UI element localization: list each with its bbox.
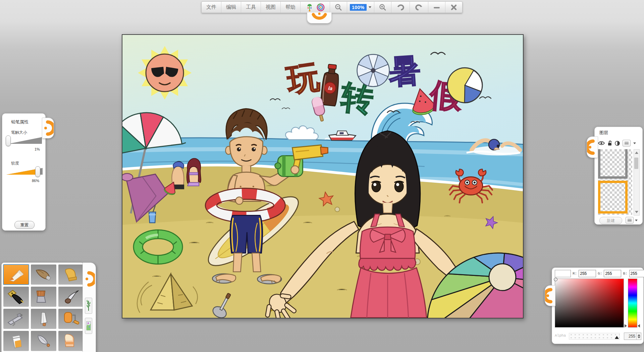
softness-label: 软度 xyxy=(11,161,19,166)
unlock-icon[interactable] xyxy=(607,140,612,146)
menu-help-label: 帮助 xyxy=(285,4,296,10)
minimize-button[interactable] xyxy=(428,2,445,13)
layers-panel-collapse-handle[interactable] xyxy=(587,136,598,158)
zoom-level-field[interactable]: 100% xyxy=(347,2,374,13)
plant-brush-button[interactable] xyxy=(85,298,92,314)
orange-c-handle-icon xyxy=(587,137,598,158)
app-window: 文件 编辑 工具 视图 帮助 100% xyxy=(0,0,644,352)
app-logo-buttons[interactable] xyxy=(301,2,330,13)
softness-slider[interactable] xyxy=(6,167,41,176)
texture-brush-button[interactable] xyxy=(85,318,92,334)
canvas-artwork: 玩 la 转 暑 xyxy=(122,35,523,318)
menu-help[interactable]: 帮助 xyxy=(281,2,301,13)
gallery-icon xyxy=(316,3,325,12)
reset-button-label: 重置 xyxy=(20,222,29,228)
sv-marker[interactable] xyxy=(554,278,557,281)
softness-value: 86% xyxy=(32,179,39,183)
zoom-level-value[interactable]: 100% xyxy=(350,4,367,11)
color-picker-panel: R: G: B: Alpha 255 xyxy=(552,268,644,344)
layer-scrollbar[interactable] xyxy=(634,149,640,216)
tool-dip-pen[interactable] xyxy=(31,331,56,351)
tool-crayon[interactable] xyxy=(58,265,84,285)
brush-size-thumb[interactable] xyxy=(6,135,11,146)
menu-tools-label: 工具 xyxy=(246,4,256,10)
orange-c-handle-icon xyxy=(42,118,54,138)
redo-button[interactable] xyxy=(410,2,428,13)
toolbar-collapse-handle[interactable] xyxy=(307,12,332,23)
layers-panel-title: 图层 xyxy=(599,130,608,136)
zoom-out-icon xyxy=(335,4,342,11)
color-panel-collapse-handle[interactable] xyxy=(545,285,555,306)
menu-tools[interactable]: 工具 xyxy=(241,2,261,13)
alpha-spinner[interactable]: 255 xyxy=(624,333,641,340)
alpha-spin-up[interactable] xyxy=(638,334,640,336)
title-char-3: 暑 xyxy=(387,52,422,90)
pencil-panel-title: 铅笔属性 xyxy=(11,119,29,125)
layer-menu-icon[interactable] xyxy=(623,140,631,146)
zoom-dropdown-caret[interactable] xyxy=(369,6,371,8)
current-color-swatch[interactable] xyxy=(555,270,571,277)
layer-row-2-selected[interactable] xyxy=(598,181,628,214)
menu-file[interactable]: 文件 xyxy=(202,2,221,13)
eraser-icon xyxy=(61,333,81,349)
zoom-in-button[interactable] xyxy=(374,2,391,13)
blue-input[interactable] xyxy=(629,270,644,277)
menu-view[interactable]: 视图 xyxy=(261,2,281,13)
tool-pencil[interactable] xyxy=(3,265,29,285)
softness-thumb[interactable] xyxy=(35,166,40,177)
saturation-value-square[interactable] xyxy=(555,279,624,328)
layers-toolbar xyxy=(598,140,636,146)
layer-row-1[interactable] xyxy=(598,149,628,179)
close-icon xyxy=(450,4,458,11)
texture-brush-icon xyxy=(86,319,91,332)
layer-list-menu[interactable] xyxy=(626,217,638,224)
green-label: G: xyxy=(598,272,602,276)
new-layer-button[interactable]: 新建 xyxy=(599,217,622,224)
tool-eraser[interactable] xyxy=(58,331,84,351)
undo-button[interactable] xyxy=(391,2,410,13)
reset-button[interactable]: 重置 xyxy=(14,221,35,229)
scroll-up-arrow[interactable] xyxy=(635,152,638,154)
tool-palette-side-tab xyxy=(83,262,96,352)
visibility-eye-icon[interactable] xyxy=(598,141,605,145)
layer-menu-caret[interactable] xyxy=(633,142,636,144)
zoom-out-button[interactable] xyxy=(330,2,347,13)
tool-palette-collapse-handle[interactable] xyxy=(84,269,95,290)
brush-size-wedge xyxy=(7,136,42,145)
tool-flat-brush[interactable] xyxy=(31,287,56,307)
hue-bar[interactable] xyxy=(628,279,637,328)
brush-size-slider[interactable] xyxy=(7,136,42,145)
tool-paint-roller[interactable] xyxy=(58,309,84,329)
red-input[interactable] xyxy=(579,270,596,277)
menu-edit[interactable]: 编辑 xyxy=(221,2,241,13)
tool-ink-brush[interactable] xyxy=(58,287,84,307)
contrast-icon[interactable] xyxy=(615,141,620,146)
scroll-thumb[interactable] xyxy=(634,158,638,169)
title-char-1: 玩 xyxy=(284,58,322,99)
brush-size-value: 1% xyxy=(35,147,40,151)
menu-view-label: 视图 xyxy=(266,4,276,10)
sitting-girl xyxy=(187,158,201,186)
tool-marker[interactable] xyxy=(3,331,29,351)
wooden-pencil-icon xyxy=(34,267,54,282)
bottle-label: la xyxy=(328,85,333,91)
main-toolbar: 文件 编辑 工具 视图 帮助 100% xyxy=(201,1,463,13)
scroll-down-arrow[interactable] xyxy=(635,211,638,213)
pencil-panel-collapse-handle[interactable] xyxy=(42,118,54,138)
hue-marker-left[interactable] xyxy=(625,324,627,328)
tool-wooden-pencil[interactable] xyxy=(31,265,56,285)
hue-marker-right[interactable] xyxy=(638,324,640,328)
palette-knife-icon xyxy=(34,311,54,327)
drawing-canvas[interactable]: 玩 la 转 暑 xyxy=(122,34,524,318)
tool-fountain-pen[interactable] xyxy=(3,287,29,307)
redo-icon xyxy=(415,4,423,11)
close-button[interactable] xyxy=(445,2,462,13)
pencil-icon xyxy=(6,267,26,282)
alpha-slider-thumb[interactable] xyxy=(615,336,619,339)
alpha-slider[interactable] xyxy=(569,333,620,340)
green-input[interactable] xyxy=(604,270,621,277)
tool-palette-knife[interactable] xyxy=(31,309,56,329)
alpha-spin-down[interactable] xyxy=(638,337,640,338)
layer-list xyxy=(598,149,632,215)
tool-airbrush[interactable] xyxy=(3,309,29,329)
